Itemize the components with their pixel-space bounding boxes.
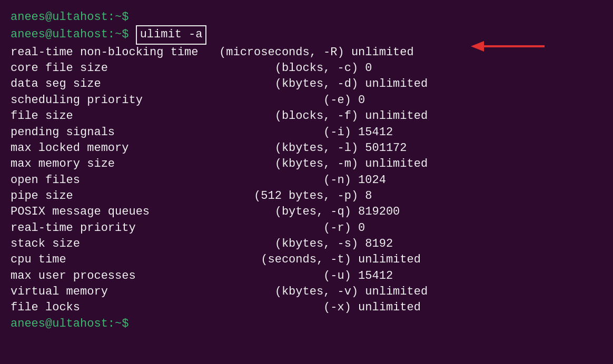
output-line-5: file size (blocks, -f) unlimited	[11, 108, 602, 124]
output-line-8: max memory size (kbytes, -m) unlimited	[11, 156, 602, 172]
output-line-17: file locks (-x) unlimited	[11, 300, 602, 316]
prompt-user-2: anees@ultahost:~$	[11, 27, 128, 43]
output-line-15: max user processes (-u) 15412	[11, 268, 602, 284]
command-text: ulimit -a	[136, 25, 207, 44]
output-line-3: data seg size (kbytes, -d) unlimited	[11, 76, 602, 92]
prompt-line-last: anees@ultahost:~$	[11, 316, 602, 332]
output-line-10: pipe size (512 bytes, -p) 8	[11, 188, 602, 204]
svg-marker-1	[471, 41, 484, 52]
output-line-14: cpu time (seconds, -t) unlimited	[11, 252, 602, 268]
output-line-16: virtual memory (kbytes, -v) unlimited	[11, 284, 602, 300]
prompt-user-1: anees@ultahost:~$	[11, 9, 128, 25]
output-line-12: real-time priority (-r) 0	[11, 220, 602, 236]
output-line-6: pending signals (-i) 15412	[11, 125, 602, 140]
output-line-7: max locked memory (kbytes, -l) 501172	[11, 140, 602, 156]
output-line-11: POSIX message queues (bytes, -q) 819200	[11, 204, 602, 220]
output-line-4: scheduling priority (-e) 0	[11, 93, 602, 108]
prompt-line-1: anees@ultahost:~$	[11, 9, 602, 25]
terminal-window: anees@ultahost:~$ anees@ultahost:~$ ulim…	[0, 0, 613, 364]
output-line-9: open files (-n) 1024	[11, 173, 602, 188]
output-line-13: stack size (kbytes, -s) 8192	[11, 236, 602, 252]
prompt-user-last: anees@ultahost:~$	[11, 316, 128, 332]
arrow-annotation	[466, 36, 550, 71]
